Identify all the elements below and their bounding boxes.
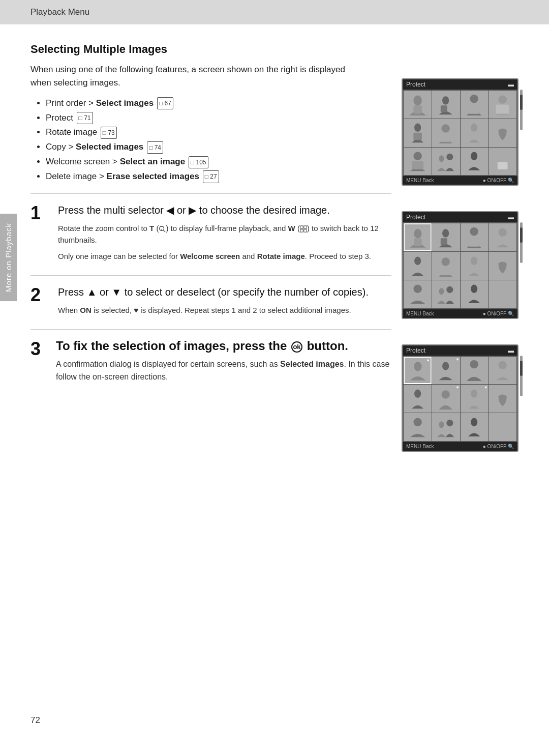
svg-text:+: +	[161, 227, 163, 231]
screen-cell	[489, 252, 516, 280]
list-item: Copy > Selected images □ 74	[46, 140, 361, 155]
book-ref: □ 67	[157, 97, 173, 109]
screen-cell	[461, 280, 489, 308]
svg-point-46	[443, 362, 449, 370]
screen1-topbar: Protect ▬	[403, 79, 517, 90]
step2-number: 2	[30, 285, 49, 305]
svg-point-51	[471, 390, 477, 398]
screen-cell	[432, 280, 460, 308]
book-ref: □ 105	[189, 156, 208, 168]
step3-number: 3	[30, 339, 49, 359]
svg-point-56	[471, 418, 477, 426]
screen-cell	[489, 148, 516, 176]
left-content: When using one of the following features…	[30, 63, 402, 452]
svg-rect-22	[412, 161, 423, 169]
screen-cell-highlighted	[404, 223, 432, 251]
header-bar: Playback Menu	[0, 0, 549, 24]
svg-point-47	[470, 360, 478, 368]
svg-point-13	[498, 95, 506, 103]
svg-rect-10	[441, 105, 447, 112]
screen-cell	[404, 148, 432, 176]
svg-point-15	[414, 124, 421, 132]
svg-point-38	[471, 256, 477, 265]
step1-heading: Press the multi selector ◀ or ▶ to choos…	[58, 203, 391, 217]
section-title: Selecting Multiple Images	[30, 43, 518, 56]
screen-cell-selected: ♥	[461, 385, 489, 413]
screen-cell	[461, 148, 489, 176]
screen-cell	[404, 413, 432, 441]
step2-block: 2 Press ▲ or ▼ to select or deselect (or…	[30, 285, 391, 320]
svg-point-34	[498, 228, 506, 237]
screen-cell	[489, 413, 516, 441]
intro-text: When using one of the following features…	[30, 63, 346, 90]
screen-cell	[432, 148, 460, 176]
list-item: Welcome screen > Select an image □ 105	[46, 155, 361, 169]
svg-point-17	[442, 125, 450, 133]
screen3-topbar: Protect ▬	[403, 345, 517, 356]
list-item: Delete image > Erase selected images □ 2…	[46, 169, 361, 184]
screen2-scrollbar	[520, 222, 523, 263]
svg-rect-16	[413, 133, 421, 140]
ok-button-icon: ok	[291, 341, 302, 353]
screen1-scrollbar	[520, 90, 523, 130]
screen2-topbar: Protect ▬	[403, 212, 517, 222]
screen2-scrollbar-thumb	[520, 227, 523, 243]
svg-point-53	[413, 418, 421, 426]
onoff-label: ● ON/OFF 🔍	[483, 178, 514, 183]
screen1-battery-icon: ▬	[508, 81, 514, 88]
svg-point-45	[414, 362, 421, 371]
svg-point-7	[413, 95, 421, 105]
list-item: Protect □ 71	[46, 111, 361, 126]
screen-cell	[461, 119, 489, 147]
screen-cell	[461, 357, 489, 385]
svg-point-41	[439, 288, 444, 295]
screen-cell	[404, 252, 432, 280]
svg-point-49	[414, 390, 421, 398]
screen-cell	[404, 91, 432, 119]
svg-point-28	[414, 229, 421, 238]
screen1-wrapper: Protect ▬	[402, 78, 518, 186]
screen2-wrapper: Protect ▬	[402, 211, 518, 318]
bullet-list: Print order > Select images □ 67 Protect…	[46, 96, 361, 184]
book-ref: □ 73	[101, 127, 117, 139]
book-ref: □ 71	[77, 112, 93, 124]
step1-content: Press the multi selector ◀ or ▶ to choos…	[58, 203, 391, 266]
step2-content: Press ▲ or ▼ to select or deselect (or s…	[58, 285, 391, 320]
screen2-bottombar: MENU Back ● ON/OFF 🔍	[403, 309, 517, 318]
step3-heading: To fix the selection of images, press th…	[56, 339, 391, 353]
screen3-protect-label: Protect	[406, 347, 425, 354]
step3-block: 3 To fix the selection of images, press …	[30, 339, 391, 384]
menu-label-3: MENU Back	[406, 444, 434, 449]
divider	[30, 193, 391, 194]
screen-cell	[489, 223, 516, 251]
svg-rect-14	[496, 104, 509, 113]
svg-rect-29	[414, 238, 421, 246]
svg-point-26	[498, 153, 506, 161]
header-label: Playback Menu	[30, 7, 89, 17]
svg-point-48	[498, 361, 506, 369]
svg-rect-33	[468, 237, 480, 247]
step2-heading: Press ▲ or ▼ to select or deselect (or s…	[58, 285, 391, 299]
svg-rect-8	[413, 105, 421, 113]
step1-number: 1	[30, 203, 49, 223]
screen-cell	[461, 223, 489, 251]
step3-content: To fix the selection of images, press th…	[56, 339, 391, 384]
screen-cell	[489, 385, 516, 413]
svg-rect-5	[300, 229, 303, 232]
screen-cell	[404, 280, 432, 308]
screen-cell	[489, 91, 516, 119]
screen2-protect-label: Protect	[406, 214, 425, 221]
divider	[30, 329, 391, 330]
screen3-bottombar: MENU Back ● ON/OFF 🔍	[403, 442, 517, 451]
menu-label-2: MENU Back	[406, 311, 434, 316]
list-item: Print order > Select images □ 67	[46, 96, 361, 111]
menu-label: MENU Back	[406, 178, 434, 183]
screen-cell	[489, 280, 516, 308]
camera-screen-3: Protect ▬ ♥ ♥	[402, 344, 518, 452]
page: Playback Menu More on Playback Selecting…	[0, 0, 549, 756]
screen3-scrollbar-thumb	[520, 361, 523, 376]
svg-rect-18	[441, 134, 451, 142]
svg-point-50	[442, 390, 450, 398]
onoff-label-2: ● ON/OFF 🔍	[483, 311, 514, 316]
screen-cell	[432, 91, 460, 119]
